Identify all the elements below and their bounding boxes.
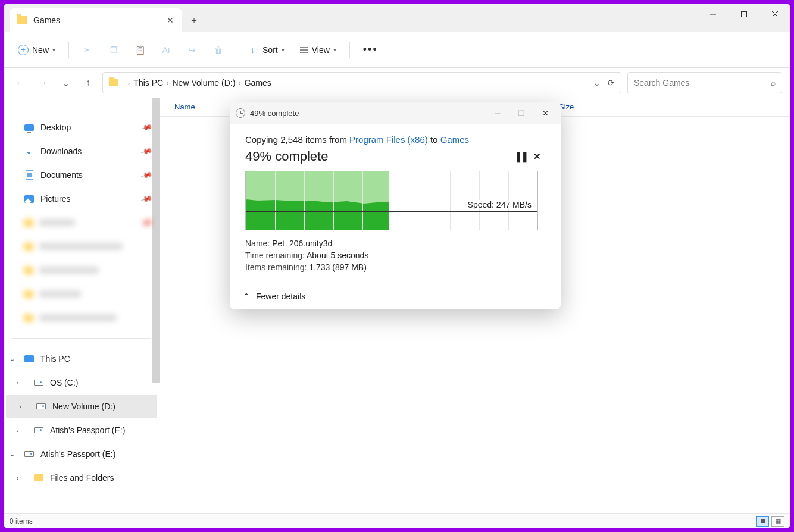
sort-label: Sort <box>262 45 278 55</box>
up-button[interactable]: ↑ <box>80 74 96 91</box>
view-icon <box>300 47 308 53</box>
pin-icon: 📌 <box>140 193 152 205</box>
recent-dropdown[interactable]: ⌄ <box>57 74 74 91</box>
tiles-view-button[interactable]: ▦ <box>771 516 784 527</box>
search-input[interactable] <box>634 78 771 87</box>
sidebar-item-redacted[interactable]: 📌 <box>4 211 160 234</box>
fewer-details-button[interactable]: ⌃ Fewer details <box>230 283 561 309</box>
minimize-button[interactable] <box>698 4 729 25</box>
plus-icon: + <box>18 45 29 55</box>
pin-icon: 📌 <box>140 121 152 134</box>
address-dropdown[interactable]: ⌄ <box>593 78 601 87</box>
sort-button[interactable]: ↓↑ Sort ▾ <box>245 42 290 58</box>
dialog-maximize-button[interactable]: ☐ <box>512 105 531 121</box>
breadcrumb-volume[interactable]: New Volume (D:) <box>172 78 235 87</box>
delete-button[interactable]: 🗑 <box>207 41 230 59</box>
sidebar-item-redacted[interactable] <box>4 258 160 282</box>
expand-icon[interactable]: ⌄ <box>10 450 15 458</box>
dialog-close-button[interactable]: ✕ <box>536 105 555 121</box>
chevron-down-icon: ▾ <box>52 46 55 53</box>
chevron-right-icon: › <box>239 80 240 86</box>
sidebar-item-label: Atish's Passport (E:) <box>40 449 115 459</box>
details-view-button[interactable]: ≣ <box>756 516 769 527</box>
sidebar-item-label: This PC <box>40 354 70 364</box>
sidebar-item-documents[interactable]: Documents 📌 <box>4 163 160 187</box>
drive-icon <box>34 380 43 386</box>
drive-icon <box>34 427 43 433</box>
chevron-down-icon: ▾ <box>282 46 285 53</box>
pictures-icon <box>24 195 34 203</box>
new-tab-button[interactable]: ＋ <box>182 8 206 32</box>
status-item-count: 0 items <box>10 517 33 525</box>
cancel-button[interactable]: ✕ <box>529 148 545 165</box>
forward-button[interactable]: → <box>35 74 51 91</box>
link-source[interactable]: Program Files (x86) <box>349 134 428 145</box>
expand-icon[interactable]: › <box>17 427 19 434</box>
sidebar-item-this-pc[interactable]: ⌄ This PC <box>4 347 160 371</box>
sidebar-item-pictures[interactable]: Pictures 📌 <box>4 187 160 211</box>
dialog-minimize-button[interactable]: ─ <box>488 105 507 121</box>
expand-icon[interactable]: › <box>19 403 21 410</box>
sidebar-item-files-folders[interactable]: › Files and Folders <box>4 466 160 490</box>
link-destination[interactable]: Games <box>440 134 469 145</box>
view-button[interactable]: View ▾ <box>294 42 342 58</box>
sidebar-item-downloads[interactable]: ⭳ Downloads 📌 <box>4 139 160 163</box>
rename-button[interactable]: Aı <box>155 41 177 59</box>
search-icon: ⌕ <box>771 78 776 87</box>
new-button[interactable]: + New ▾ <box>12 41 61 59</box>
expand-icon[interactable]: › <box>17 379 19 386</box>
dialog-percent: 49% complete <box>245 149 512 164</box>
back-button[interactable]: ← <box>12 74 29 91</box>
sidebar-item-label: Files and Folders <box>50 473 114 483</box>
dialog-field-items: Items remaining: 1,733 (897 MB) <box>245 262 545 272</box>
share-button[interactable]: ↪ <box>181 41 204 59</box>
sidebar-item-label: Desktop <box>40 123 71 132</box>
maximize-button[interactable] <box>729 4 759 25</box>
dialog-titlebar: 49% complete ─ ☐ ✕ <box>230 102 561 124</box>
search-box[interactable]: ⌕ <box>627 72 782 93</box>
expand-icon[interactable]: › <box>17 474 19 481</box>
separator <box>349 42 350 58</box>
pause-button[interactable]: ▐▐ <box>512 148 529 165</box>
close-window-button[interactable] <box>759 4 790 25</box>
breadcrumb-this-pc[interactable]: This PC <box>133 78 163 87</box>
close-tab-button[interactable]: ✕ <box>165 15 175 25</box>
new-label: New <box>32 45 49 55</box>
address-bar[interactable]: › This PC › New Volume (D:) › Games ⌄ ⟳ <box>102 72 621 93</box>
breadcrumb-games[interactable]: Games <box>245 78 271 87</box>
sidebar-item-drive-c[interactable]: › OS (C:) <box>4 371 160 395</box>
dialog-field-time: Time remaining: About 5 seconds <box>245 251 545 260</box>
navigation-row: ← → ⌄ ↑ › This PC › New Volume (D:) › Ga… <box>4 68 790 98</box>
sidebar-item-drive-e[interactable]: › Atish's Passport (E:) <box>4 418 160 442</box>
toolbar: + New ▾ ✂ ❐ 📋 Aı ↪ 🗑 ↓↑ Sort ▾ View ▾ ••… <box>4 32 790 68</box>
folder-icon <box>34 474 43 481</box>
copy-button[interactable]: ❐ <box>102 41 125 59</box>
clock-icon <box>236 108 245 118</box>
more-button[interactable]: ••• <box>357 40 384 60</box>
paste-button[interactable]: 📋 <box>129 41 151 59</box>
sidebar-item-label: Pictures <box>40 194 71 204</box>
cut-button[interactable]: ✂ <box>76 41 99 59</box>
sidebar-item-ext-drive[interactable]: ⌄ Atish's Passport (E:) <box>4 442 160 466</box>
sidebar-item-drive-d[interactable]: › New Volume (D:) <box>6 395 157 418</box>
expand-icon[interactable]: ⌄ <box>10 355 15 363</box>
svg-rect-1 <box>742 12 747 17</box>
pin-icon: 📌 <box>140 169 152 181</box>
file-explorer-window: Games ✕ ＋ + New ▾ ✂ ❐ 📋 Aı ↪ 🗑 ↓↑ Sort ▾ <box>4 4 790 528</box>
sidebar-item-label: Downloads <box>40 146 82 156</box>
sidebar-item-redacted[interactable] <box>4 282 160 306</box>
pc-icon <box>24 355 34 362</box>
desktop-icon <box>24 124 34 131</box>
dialog-field-name: Name: Pet_206.unity3d <box>245 239 545 248</box>
refresh-button[interactable]: ⟳ <box>608 78 615 87</box>
sidebar-item-desktop[interactable]: Desktop 📌 <box>4 115 160 139</box>
pin-icon: 📌 <box>140 217 152 229</box>
sidebar-item-redacted[interactable] <box>4 306 160 330</box>
separator <box>237 42 237 58</box>
sidebar-item-redacted[interactable] <box>4 234 160 258</box>
tab-games[interactable]: Games ✕ <box>10 8 182 32</box>
fewer-details-label: Fewer details <box>256 292 305 301</box>
folder-icon <box>109 79 118 86</box>
chevron-right-icon: › <box>128 80 130 86</box>
rename-icon: Aı <box>161 45 171 55</box>
